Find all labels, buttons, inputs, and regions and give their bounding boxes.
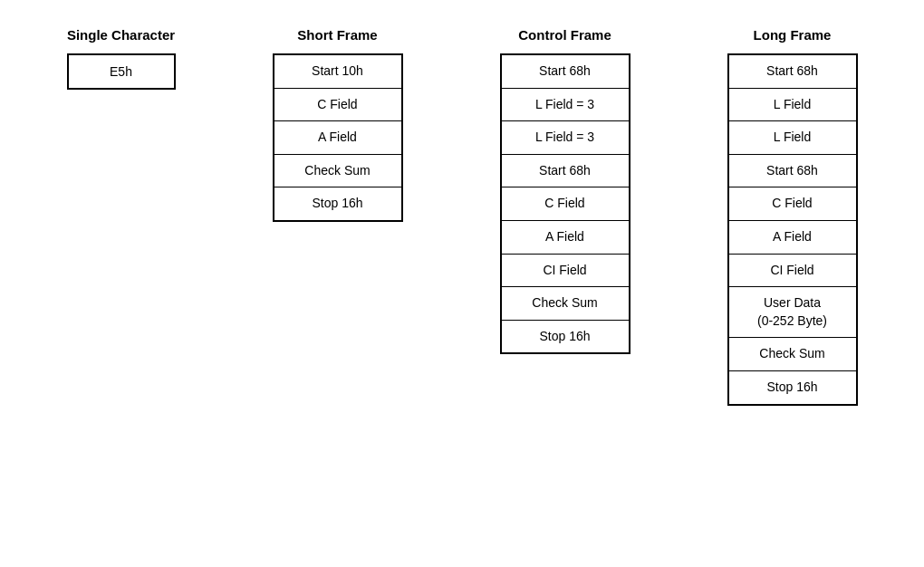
frame-cell-long-frame-1: L Field — [729, 89, 856, 122]
section-long-frame: Long FrameStart 68hL FieldL FieldStart 6… — [727, 27, 858, 406]
frame-cell-long-frame-7: User Data(0-252 Byte) — [729, 287, 856, 338]
page-container: Single CharacterE5hShort FrameStart 10hC… — [18, 18, 906, 406]
frame-cell-short-frame-0: Start 10h — [274, 55, 401, 89]
frame-cell-long-frame-6: CI Field — [729, 255, 856, 288]
section-title-long-frame: Long Frame — [754, 27, 832, 43]
frame-box-control-frame: Start 68hL Field = 3L Field = 3Start 68h… — [500, 53, 630, 354]
frame-cell-control-frame-6: CI Field — [502, 255, 629, 288]
frame-cell-control-frame-2: L Field = 3 — [502, 121, 629, 155]
section-title-single-character: Single Character — [67, 27, 175, 43]
frame-box-long-frame: Start 68hL FieldL FieldStart 68hC FieldA… — [727, 53, 858, 406]
frame-cell-short-frame-3: Check Sum — [274, 155, 401, 188]
frame-cell-control-frame-1: L Field = 3 — [502, 89, 629, 122]
frame-cell-long-frame-2: L Field — [729, 121, 856, 155]
frame-cell-control-frame-8: Stop 16h — [502, 321, 629, 353]
section-title-short-frame: Short Frame — [297, 27, 377, 43]
frame-cell-control-frame-5: A Field — [502, 221, 629, 255]
frame-cell-long-frame-5: A Field — [729, 221, 856, 255]
frame-cell-long-frame-4: C Field — [729, 187, 856, 221]
frame-cell-long-frame-8: Check Sum — [729, 338, 856, 371]
single-char-box: E5h — [67, 53, 176, 90]
section-single-character: Single CharacterE5h — [67, 27, 176, 90]
frame-cell-control-frame-3: Start 68h — [502, 155, 629, 188]
frame-cell-short-frame-4: Stop 16h — [274, 187, 401, 220]
frame-box-short-frame: Start 10hC FieldA FieldCheck SumStop 16h — [273, 53, 403, 222]
frame-cell-long-frame-0: Start 68h — [729, 55, 856, 89]
frame-cell-short-frame-1: C Field — [274, 89, 401, 122]
section-title-control-frame: Control Frame — [518, 27, 611, 43]
frame-cell-control-frame-0: Start 68h — [502, 55, 629, 89]
section-short-frame: Short FrameStart 10hC FieldA FieldCheck … — [273, 27, 403, 222]
frame-cell-control-frame-7: Check Sum — [502, 287, 629, 321]
section-control-frame: Control FrameStart 68hL Field = 3L Field… — [500, 27, 630, 354]
frame-cell-control-frame-4: C Field — [502, 187, 629, 221]
frame-cell-short-frame-2: A Field — [274, 121, 401, 155]
frame-cell-long-frame-9: Stop 16h — [729, 371, 856, 404]
frame-cell-long-frame-3: Start 68h — [729, 155, 856, 188]
